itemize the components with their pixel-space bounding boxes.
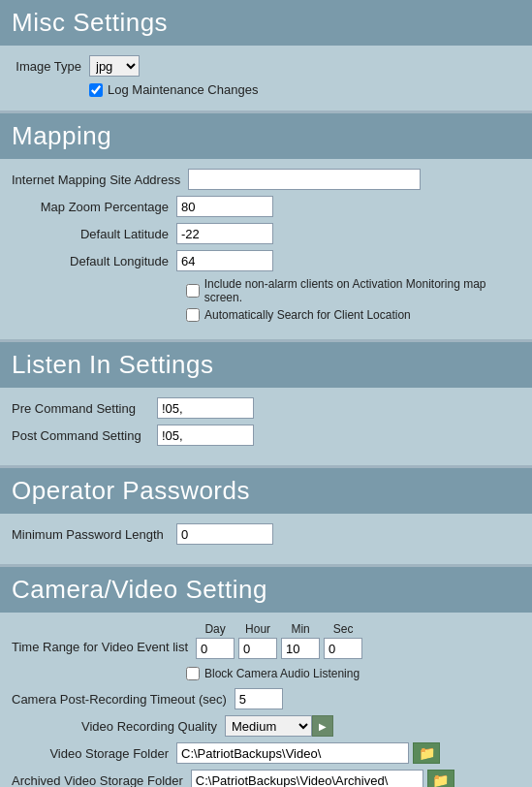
time-range-label: Time Range for Video Event list xyxy=(12,622,196,654)
block-camera-label: Block Camera Audio Listening xyxy=(204,667,360,680)
time-inputs-container: Day 0 Hour 0 Min 10 Sec 0 xyxy=(196,622,362,659)
mapping-header: Mapping xyxy=(0,113,532,159)
image-type-row: Image Type jpg png bmp xyxy=(12,55,520,77)
image-type-label: Image Type xyxy=(12,59,89,74)
video-quality-select[interactable]: Low Medium High xyxy=(225,715,312,737)
misc-settings-body: Image Type jpg png bmp Log Maintenance C… xyxy=(0,46,532,110)
post-command-row: Post Command Setting !05, xyxy=(12,425,520,446)
auto-search-label: Automatically Search for Client Location xyxy=(204,308,411,322)
default-longitude-input[interactable]: 64 xyxy=(176,250,273,271)
block-camera-checkbox[interactable] xyxy=(186,667,200,680)
video-storage-browse-btn[interactable]: 📁 xyxy=(413,742,440,764)
archived-storage-row: Archived Video Storage Folder C:\Patriot… xyxy=(12,770,520,787)
default-latitude-label: Default Latitude xyxy=(12,227,176,241)
log-maintenance-checkbox[interactable] xyxy=(89,83,103,97)
min-password-input[interactable]: 0 xyxy=(176,523,273,545)
video-quality-dropdown: Low Medium High ▶ xyxy=(225,715,333,737)
internet-mapping-label: Internet Mapping Site Address xyxy=(12,173,188,187)
log-maintenance-row: Log Maintenance Changes xyxy=(12,82,520,97)
map-zoom-label: Map Zoom Percentage xyxy=(12,200,176,214)
min-col: Min 10 xyxy=(281,622,320,659)
post-recording-row: Camera Post-Recording Timeout (sec) 5 xyxy=(12,688,520,709)
post-command-input[interactable]: !05, xyxy=(157,425,254,446)
mapping-section: Mapping Internet Mapping Site Address Ma… xyxy=(0,113,532,339)
day-col: Day 0 xyxy=(196,622,235,659)
folder-icon-2: 📁 xyxy=(432,772,449,787)
internet-mapping-input[interactable] xyxy=(188,169,421,190)
pre-command-label: Pre Command Setting xyxy=(12,401,157,416)
auto-search-checkbox[interactable] xyxy=(186,308,200,322)
min-password-row: Minimum Password Length 0 xyxy=(12,523,520,545)
video-storage-input[interactable]: C:\PatriotBackups\Video\ xyxy=(176,742,409,764)
post-command-label: Post Command Setting xyxy=(12,428,157,443)
operator-passwords-section: Operator Passwords Minimum Password Leng… xyxy=(0,468,532,564)
video-storage-label: Video Storage Folder xyxy=(12,746,176,761)
video-quality-arrow-btn[interactable]: ▶ xyxy=(312,715,333,737)
listen-in-header: Listen In Settings xyxy=(0,342,532,388)
listen-in-section: Listen In Settings Pre Command Setting !… xyxy=(0,342,532,465)
post-recording-label: Camera Post-Recording Timeout (sec) xyxy=(12,692,235,707)
post-recording-input[interactable]: 5 xyxy=(235,688,283,709)
operator-passwords-header: Operator Passwords xyxy=(0,468,532,514)
camera-video-header: Camera/Video Setting xyxy=(0,567,532,613)
misc-settings-section: Misc Settings Image Type jpg png bmp Log… xyxy=(0,0,532,110)
default-longitude-row: Default Longitude 64 xyxy=(12,250,520,271)
camera-video-body: Time Range for Video Event list Day 0 Ho… xyxy=(0,613,532,787)
misc-header-text: Misc Settings xyxy=(12,8,168,37)
include-non-alarm-label: Include non-alarm clients on Activation … xyxy=(204,277,520,304)
include-non-alarm-checkbox[interactable] xyxy=(186,284,200,298)
min-label: Min xyxy=(291,622,309,636)
map-zoom-input[interactable]: 80 xyxy=(176,196,273,217)
archived-storage-input[interactable]: C:\PatriotBackups\Video\Archived\ xyxy=(191,770,423,787)
map-zoom-row: Map Zoom Percentage 80 xyxy=(12,196,520,217)
log-maintenance-label: Log Maintenance Changes xyxy=(108,82,258,97)
video-quality-label: Video Recording Quality xyxy=(12,719,225,734)
pre-command-input[interactable]: !05, xyxy=(157,397,254,419)
day-label: Day xyxy=(204,622,225,636)
listen-in-body: Pre Command Setting !05, Post Command Se… xyxy=(0,388,532,465)
day-input[interactable]: 0 xyxy=(196,638,235,659)
block-camera-row: Block Camera Audio Listening xyxy=(12,667,520,680)
default-latitude-row: Default Latitude -22 xyxy=(12,223,520,244)
misc-settings-header: Misc Settings xyxy=(0,0,532,46)
camera-video-section: Camera/Video Setting Time Range for Vide… xyxy=(0,567,532,787)
internet-mapping-row: Internet Mapping Site Address xyxy=(12,169,520,190)
operator-passwords-header-text: Operator Passwords xyxy=(12,476,250,505)
folder-icon: 📁 xyxy=(419,745,435,761)
min-password-label: Minimum Password Length xyxy=(12,527,176,542)
sec-input[interactable]: 0 xyxy=(324,638,362,659)
pre-command-row: Pre Command Setting !05, xyxy=(12,397,520,419)
listen-in-header-text: Listen In Settings xyxy=(12,350,213,379)
mapping-header-text: Mapping xyxy=(12,121,111,150)
time-range-row: Time Range for Video Event list Day 0 Ho… xyxy=(12,622,520,659)
sec-col: Sec 0 xyxy=(324,622,362,659)
default-longitude-label: Default Longitude xyxy=(12,254,176,268)
sec-label: Sec xyxy=(333,622,354,636)
min-input[interactable]: 10 xyxy=(281,638,320,659)
hour-label: Hour xyxy=(245,622,270,636)
auto-search-row: Automatically Search for Client Location xyxy=(12,308,520,322)
hour-col: Hour 0 xyxy=(238,622,277,659)
video-storage-row: Video Storage Folder C:\PatriotBackups\V… xyxy=(12,742,520,764)
camera-video-header-text: Camera/Video Setting xyxy=(12,575,267,604)
video-quality-row: Video Recording Quality Low Medium High … xyxy=(12,715,520,737)
mapping-body: Internet Mapping Site Address Map Zoom P… xyxy=(0,159,532,339)
operator-passwords-body: Minimum Password Length 0 xyxy=(0,514,532,564)
archived-storage-browse-btn[interactable]: 📁 xyxy=(427,770,454,787)
default-latitude-input[interactable]: -22 xyxy=(176,223,273,244)
archived-storage-label: Archived Video Storage Folder xyxy=(12,773,191,788)
hour-input[interactable]: 0 xyxy=(238,638,277,659)
include-non-alarm-row: Include non-alarm clients on Activation … xyxy=(12,277,520,304)
image-type-select[interactable]: jpg png bmp xyxy=(89,55,140,77)
